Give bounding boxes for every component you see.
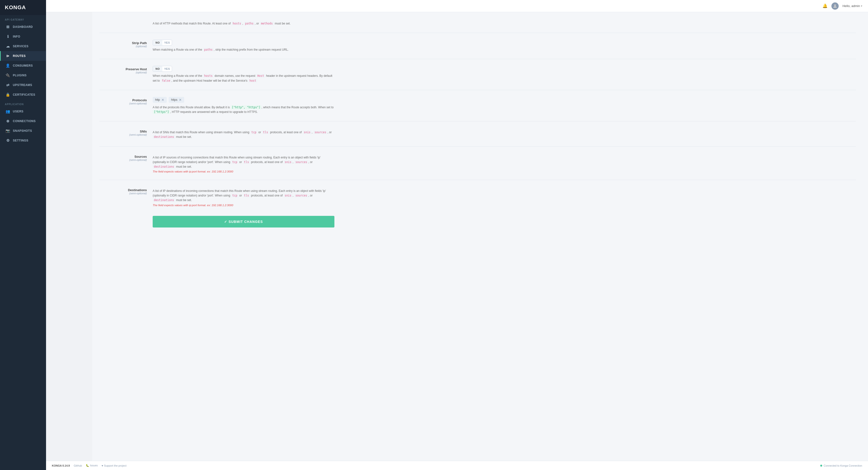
protocols-tag-list: http ✕ https ✕	[153, 97, 334, 103]
sidebar-item-upstreams[interactable]: ⇄ UPSTREAMS	[0, 80, 46, 90]
strip-path-row: Strip Path (optional) NO YES When matchi…	[99, 40, 856, 52]
strip-path-label-col: Strip Path (optional)	[99, 40, 153, 48]
sources-row: Sources (semi-optional) A list of IP sou…	[99, 153, 856, 173]
destinations-content: A list of IP destinations of incoming co…	[153, 187, 334, 207]
sources-content: A list of IP sources of incoming connect…	[153, 153, 334, 173]
bug-icon: 🐛	[86, 464, 89, 467]
snis-sublabel: (semi-optional)	[99, 133, 147, 136]
methods-code: methods	[260, 22, 274, 26]
protocols-sublabel: (semi-optional)	[99, 102, 147, 105]
preserve-host-label-col: Preserve Host (optional)	[99, 66, 153, 74]
sidebar-item-label: SETTINGS	[13, 139, 28, 142]
application-section-label: APPLICATION	[0, 100, 46, 106]
submit-button[interactable]: ✓ SUBMIT CHANGES	[153, 216, 334, 227]
upstreams-icon: ⇄	[6, 83, 10, 87]
sources-label: Sources	[99, 155, 147, 158]
destinations-label-col: Destinations (semi-optional)	[99, 187, 153, 195]
destinations-row: Destinations (semi-optional) A list of I…	[99, 187, 856, 207]
host-header-code: Host	[256, 74, 265, 78]
destinations-label: Destinations	[99, 188, 147, 192]
tls-code-sources: tls	[243, 160, 250, 164]
preserve-host-toggle[interactable]: NO YES	[153, 66, 172, 72]
strip-path-content: NO YES When matching a Route via one of …	[153, 40, 334, 52]
protocol-http-label: http	[155, 98, 160, 101]
hosts-code-ph: hosts	[203, 74, 214, 78]
destinations-code-snis: destinations	[153, 135, 175, 139]
api-gateway-section-label: API GATEWAY	[0, 15, 46, 22]
tcp-code-sources: tcp	[231, 160, 239, 164]
protocol-tag-https: https ✕	[169, 97, 184, 103]
protocols-description: A list of the protocols this Route shoul…	[153, 105, 334, 114]
users-icon: 👥	[6, 109, 10, 114]
sources-label-col: Sources (semi-optional)	[99, 153, 153, 161]
sidebar: KONGA API GATEWAY ⊞ DASHBOARD ℹ INFO ☁ S…	[0, 0, 46, 470]
sidebar-item-label: CONNECTIONS	[13, 120, 36, 123]
sidebar-item-users[interactable]: 👥 USERS	[0, 106, 46, 116]
protocols-label: Protocols	[99, 98, 147, 102]
strip-path-yes[interactable]: YES	[162, 40, 172, 45]
svg-point-0	[834, 4, 836, 6]
routes-icon: ⊳	[6, 54, 10, 58]
protocol-https-remove[interactable]: ✕	[179, 98, 182, 101]
bottom-bar: KONGA 0.14.9 GitHub 🐛 Issues ♥ Support t…	[46, 461, 868, 470]
sidebar-item-connections[interactable]: ⊕ CONNECTIONS	[0, 116, 46, 126]
notifications-bell-icon[interactable]: 🔔	[823, 3, 828, 8]
bottom-bar-right: Connected to Konga Connection	[820, 464, 862, 467]
issues-link[interactable]: 🐛 Issues	[86, 464, 98, 467]
sidebar-item-snapshots[interactable]: 📷 SNAPSHOTS	[0, 126, 46, 136]
strip-path-toggle[interactable]: NO YES	[153, 40, 172, 45]
sidebar-item-label: USERS	[13, 110, 24, 113]
tls-code-dest: tls	[243, 194, 250, 197]
destinations-sublabel: (semi-optional)	[99, 192, 147, 195]
sidebar-item-settings[interactable]: ⚙ SETTINGS	[0, 136, 46, 145]
protocol-tag-http: http ✕	[153, 97, 167, 103]
sidebar-item-certificates[interactable]: 🔒 CERTIFICATES	[0, 90, 46, 100]
sidebar-item-routes[interactable]: ⊳ ROUTES	[0, 51, 46, 61]
sidebar-item-label: UPSTREAMS	[13, 83, 32, 87]
snis-code: snis	[303, 130, 312, 134]
strip-path-no[interactable]: NO	[153, 40, 162, 45]
strip-path-description: When matching a Route via one of the pat…	[153, 48, 334, 52]
snis-description: A list of SNIs that match this Route whe…	[153, 130, 334, 139]
sources-sublabel: (semi-optional)	[99, 158, 147, 161]
destinations-error: The field expects values with ip:port fo…	[153, 204, 334, 207]
connection-status-dot	[820, 465, 822, 467]
preserve-host-content: NO YES When matching a Route via one of …	[153, 66, 334, 83]
tls-code-snis: tls	[262, 130, 269, 134]
destinations-code-s: destinations	[153, 165, 175, 168]
preserve-host-yes[interactable]: YES	[162, 66, 172, 71]
info-icon: ℹ	[6, 34, 10, 39]
header: 🔔 Hello, admin ▾	[46, 0, 868, 12]
connection-status-text: Connected to Konga Connection	[824, 464, 862, 467]
http-https-array-code: ["http", "https"]	[231, 105, 262, 109]
sidebar-item-label: ROUTES	[13, 54, 26, 58]
avatar	[831, 2, 839, 10]
support-link[interactable]: ♥ Support the project	[101, 464, 126, 467]
submit-row: ✓ SUBMIT CHANGES	[99, 214, 856, 227]
sidebar-item-consumers[interactable]: 👤 CONSUMERS	[0, 61, 46, 70]
sidebar-item-info[interactable]: ℹ INFO	[0, 32, 46, 41]
https-only-code: ["https"]	[153, 110, 170, 114]
sidebar-item-dashboard[interactable]: ⊞ DASHBOARD	[0, 22, 46, 32]
preserve-host-no[interactable]: NO	[153, 66, 162, 71]
snapshots-icon: 📷	[6, 129, 10, 133]
sources-error: The field expects values with ip:port fo…	[153, 170, 334, 173]
tcp-code-snis: tcp	[250, 130, 257, 134]
submit-col: ✓ SUBMIT CHANGES	[153, 214, 334, 227]
hosts-code: hosts	[231, 22, 242, 26]
snis-row: SNIs (semi-optional) A list of SNIs that…	[99, 128, 856, 139]
sidebar-item-services[interactable]: ☁ SERVICES	[0, 41, 46, 51]
heart-icon: ♥	[101, 464, 103, 467]
tcp-code-dest: tcp	[231, 194, 239, 197]
snis-content: A list of SNIs that match this Route whe…	[153, 128, 334, 139]
snis-code-sources: snis	[283, 160, 293, 164]
sources-code-s: sources	[294, 160, 308, 164]
protocol-http-remove[interactable]: ✕	[161, 98, 164, 101]
sidebar-item-plugins[interactable]: 🔌 PLUGINS	[0, 70, 46, 80]
certificates-icon: 🔒	[6, 93, 10, 97]
github-link[interactable]: GitHub	[74, 464, 82, 467]
destinations-description: A list of IP destinations of incoming co…	[153, 189, 334, 203]
user-menu[interactable]: Hello, admin ▾	[842, 4, 862, 8]
user-caret-icon: ▾	[861, 5, 862, 7]
sources-code-snis: sources	[313, 130, 328, 134]
